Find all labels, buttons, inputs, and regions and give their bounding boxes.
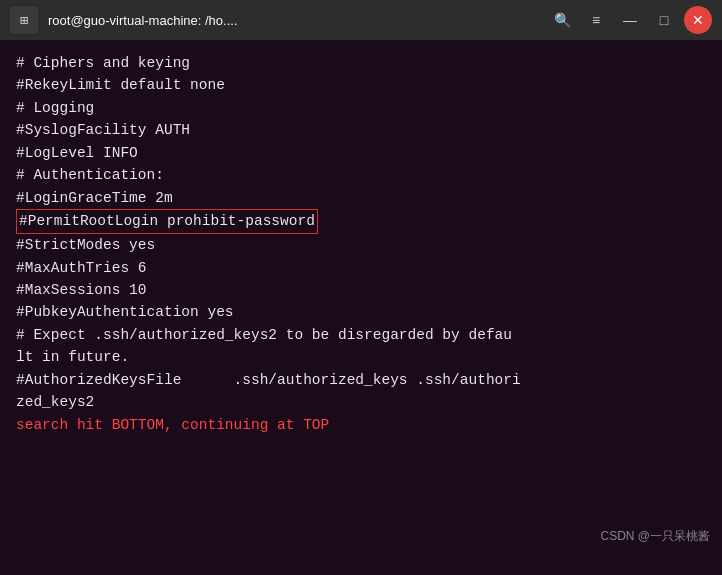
terminal: # Ciphers and keying#RekeyLimit default … xyxy=(0,40,722,575)
watermark: CSDN @一只呆桃酱 xyxy=(600,528,710,545)
terminal-line: lt in future. xyxy=(16,346,706,368)
terminal-line: #SyslogFacility AUTH xyxy=(16,119,706,141)
minimize-button[interactable]: — xyxy=(616,6,644,34)
terminal-line: #LogLevel INFO xyxy=(16,142,706,164)
terminal-line: #StrictModes yes xyxy=(16,234,706,256)
terminal-line: # Logging xyxy=(16,97,706,119)
terminal-line-highlighted: #PermitRootLogin prohibit-password xyxy=(16,209,706,234)
terminal-line: # Ciphers and keying xyxy=(16,52,706,74)
search-button[interactable]: 🔍 xyxy=(548,6,576,34)
terminal-line: # Expect .ssh/authorized_keys2 to be dis… xyxy=(16,324,706,346)
terminal-line: #RekeyLimit default none xyxy=(16,74,706,96)
terminal-line: #AuthorizedKeysFile .ssh/authorized_keys… xyxy=(16,369,706,391)
search-hit-line: search hit BOTTOM, continuing at TOP xyxy=(16,414,706,436)
terminal-icon: ⊞ xyxy=(10,6,38,34)
maximize-button[interactable]: □ xyxy=(650,6,678,34)
title-text: root@guo-virtual-machine: /ho.... xyxy=(48,13,538,28)
close-button[interactable]: ✕ xyxy=(684,6,712,34)
title-bar: ⊞ root@guo-virtual-machine: /ho.... 🔍 ≡ … xyxy=(0,0,722,40)
terminal-line: #LoginGraceTime 2m xyxy=(16,187,706,209)
terminal-line: zed_keys2 xyxy=(16,391,706,413)
terminal-line: #MaxSessions 10 xyxy=(16,279,706,301)
title-controls: 🔍 ≡ — □ ✕ xyxy=(548,6,712,34)
terminal-line: #MaxAuthTries 6 xyxy=(16,257,706,279)
terminal-line: # Authentication: xyxy=(16,164,706,186)
terminal-line: #PubkeyAuthentication yes xyxy=(16,301,706,323)
menu-button[interactable]: ≡ xyxy=(582,6,610,34)
